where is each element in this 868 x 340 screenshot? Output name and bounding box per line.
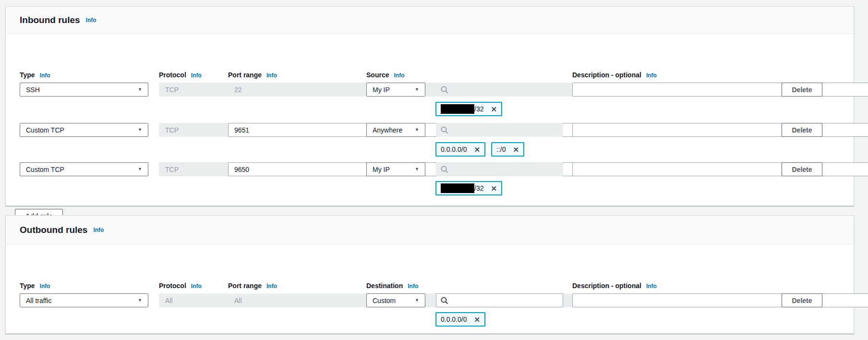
column-label-description: Description - optionalInfo [572,71,771,79]
protocol-info-link[interactable]: Info [191,72,202,79]
destination-select[interactable]: Custom ▼ [366,293,425,307]
chevron-down-icon: ▼ [415,298,419,303]
chevron-down-icon: ▼ [415,87,419,92]
outbound-rules-header: Outbound rules Info [6,216,854,244]
chevron-down-icon: ▼ [415,167,419,171]
type-select[interactable]: Custom TCP ▼ [20,123,148,137]
column-label-port-range: Port rangeInfo [228,71,356,79]
source-search-input [452,86,558,94]
search-icon [441,166,448,173]
inbound-rules-header: Inbound rules Info [6,7,854,34]
type-select[interactable]: All traffic ▼ [20,293,148,307]
description-input[interactable] [572,123,868,137]
chevron-down-icon: ▼ [138,128,142,132]
chevron-down-icon: ▼ [138,167,142,171]
column-label-port-range: Port rangeInfo [228,282,356,290]
destination-search-box[interactable] [436,293,563,307]
source-select[interactable]: My IP ▼ [366,83,425,97]
description-info-link[interactable]: Info [646,72,657,79]
outbound-rules-title: Outbound rules [20,225,87,235]
delete-rule-button[interactable]: Delete [782,123,822,137]
source-tags-row: /32 ✕ [435,102,502,116]
dismiss-icon[interactable]: ✕ [491,106,497,113]
cidr-tag: 0.0.0.0/0 ✕ [435,312,485,327]
column-label-source: SourceInfo [366,71,425,79]
dismiss-icon[interactable]: ✕ [474,146,481,153]
outbound-info-link[interactable]: Info [93,227,104,233]
column-label-type: TypeInfo [20,71,148,79]
description-input[interactable] [572,293,868,307]
cidr-tag: ::/0 ✕ [491,142,524,157]
destination-search-input[interactable] [452,297,558,304]
chevron-down-icon: ▼ [138,87,142,92]
search-icon [441,126,448,134]
description-input[interactable] [572,162,868,176]
cidr-tag: 0.0.0.0/0 ✕ [435,142,485,157]
destination-info-link[interactable]: Info [408,283,418,290]
source-select[interactable]: Anywhere ▼ [366,123,425,137]
cidr-tag: /32 ✕ [435,181,502,195]
redacted-ip [441,183,474,193]
redacted-ip [441,104,474,114]
type-info-link[interactable]: Info [40,283,50,290]
column-label-protocol: ProtocolInfo [159,282,217,290]
inbound-info-link[interactable]: Info [86,17,96,24]
source-select[interactable]: My IP ▼ [366,162,425,176]
chevron-down-icon: ▼ [138,298,142,303]
type-select[interactable]: Custom TCP ▼ [20,162,148,176]
delete-rule-button[interactable]: Delete [782,162,822,176]
search-icon [441,86,448,94]
outbound-rules-panel: Outbound rules Info TypeInfo ProtocolInf… [5,215,854,334]
inbound-rules-title: Inbound rules [20,15,80,25]
dismiss-icon[interactable]: ✕ [513,146,519,153]
column-label-protocol: ProtocolInfo [159,71,217,79]
source-info-link[interactable]: Info [394,72,404,79]
description-input[interactable] [572,83,868,97]
chevron-down-icon: ▼ [415,128,419,132]
column-label-destination: DestinationInfo [366,282,425,290]
delete-rule-button[interactable]: Delete [782,293,822,307]
description-info-link[interactable]: Info [646,283,657,290]
source-search-box [436,162,563,176]
port-range-info-link[interactable]: Info [266,72,277,79]
port-range-info-link[interactable]: Info [266,283,277,290]
inbound-rules-panel: Inbound rules Info TypeInfo ProtocolInfo… [5,6,854,206]
source-search-input [452,126,558,134]
search-icon [441,297,448,304]
dismiss-icon[interactable]: ✕ [491,185,497,192]
source-search-input [452,166,558,173]
type-info-link[interactable]: Info [40,72,50,79]
column-label-description: Description - optionalInfo [572,282,771,290]
source-tags-row: /32 ✕ [435,181,502,195]
dismiss-icon[interactable]: ✕ [474,316,481,323]
source-search-box [436,83,563,97]
column-label-type: TypeInfo [20,282,148,290]
source-tags-row: 0.0.0.0/0 ✕ ::/0 ✕ [435,142,524,157]
type-select[interactable]: SSH ▼ [20,83,148,97]
protocol-info-link[interactable]: Info [191,283,202,290]
delete-rule-button[interactable]: Delete [782,83,822,97]
destination-tags-row: 0.0.0.0/0 ✕ [435,312,485,327]
source-search-box [436,123,563,137]
cidr-tag: /32 ✕ [435,102,502,116]
